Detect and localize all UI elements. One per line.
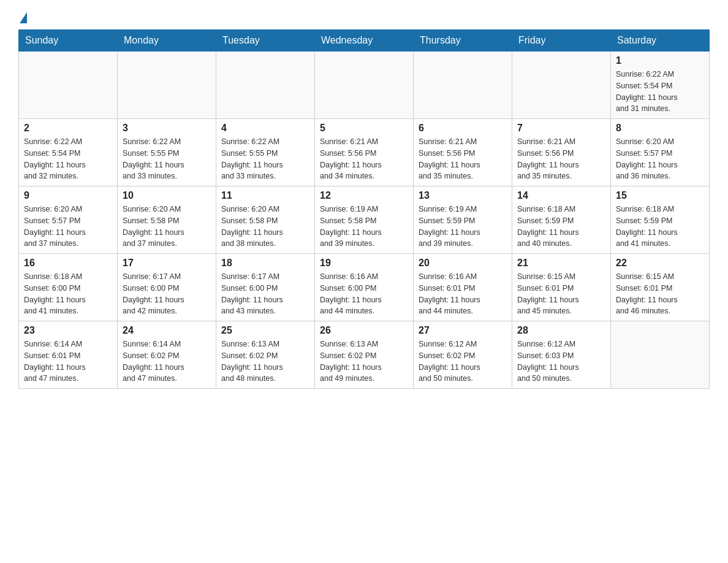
day-number: 28	[517, 325, 605, 336]
calendar-header-thursday: Thursday	[414, 30, 512, 52]
calendar-day-cell: 10Sunrise: 6:20 AM Sunset: 5:58 PM Dayli…	[118, 186, 216, 254]
calendar-day-cell: 8Sunrise: 6:20 AM Sunset: 5:57 PM Daylig…	[611, 119, 710, 186]
calendar-header-sunday: Sunday	[19, 30, 118, 52]
day-info: Sunrise: 6:18 AM Sunset: 5:59 PM Dayligh…	[517, 204, 605, 250]
calendar-header-wednesday: Wednesday	[315, 30, 414, 52]
calendar-day-cell: 3Sunrise: 6:22 AM Sunset: 5:55 PM Daylig…	[118, 119, 216, 186]
day-info: Sunrise: 6:20 AM Sunset: 5:58 PM Dayligh…	[123, 204, 211, 250]
day-number: 1	[616, 55, 704, 66]
calendar-day-cell: 18Sunrise: 6:17 AM Sunset: 6:00 PM Dayli…	[216, 254, 315, 321]
calendar-day-cell	[19, 52, 118, 119]
day-info: Sunrise: 6:13 AM Sunset: 6:02 PM Dayligh…	[221, 339, 309, 385]
day-info: Sunrise: 6:13 AM Sunset: 6:02 PM Dayligh…	[320, 339, 408, 385]
day-number: 8	[616, 123, 704, 134]
day-info: Sunrise: 6:19 AM Sunset: 5:58 PM Dayligh…	[320, 204, 408, 250]
day-info: Sunrise: 6:17 AM Sunset: 6:00 PM Dayligh…	[123, 271, 211, 317]
day-number: 18	[221, 258, 309, 269]
day-info: Sunrise: 6:19 AM Sunset: 5:59 PM Dayligh…	[419, 204, 507, 250]
day-number: 21	[517, 258, 605, 269]
day-number: 4	[221, 123, 309, 134]
calendar-day-cell: 11Sunrise: 6:20 AM Sunset: 5:58 PM Dayli…	[216, 186, 315, 254]
calendar-week-row: 16Sunrise: 6:18 AM Sunset: 6:00 PM Dayli…	[19, 254, 710, 321]
calendar-day-cell: 9Sunrise: 6:20 AM Sunset: 5:57 PM Daylig…	[19, 186, 118, 254]
calendar-day-cell: 20Sunrise: 6:16 AM Sunset: 6:01 PM Dayli…	[414, 254, 512, 321]
calendar-day-cell	[118, 52, 216, 119]
calendar-week-row: 23Sunrise: 6:14 AM Sunset: 6:01 PM Dayli…	[19, 321, 710, 389]
day-info: Sunrise: 6:20 AM Sunset: 5:57 PM Dayligh…	[616, 136, 704, 182]
calendar-day-cell: 15Sunrise: 6:18 AM Sunset: 5:59 PM Dayli…	[611, 186, 710, 254]
day-number: 25	[221, 325, 309, 336]
day-info: Sunrise: 6:22 AM Sunset: 5:54 PM Dayligh…	[24, 136, 112, 182]
day-number: 9	[24, 190, 112, 201]
day-info: Sunrise: 6:16 AM Sunset: 6:01 PM Dayligh…	[419, 271, 507, 317]
calendar-header-tuesday: Tuesday	[216, 30, 315, 52]
calendar-day-cell: 28Sunrise: 6:12 AM Sunset: 6:03 PM Dayli…	[512, 321, 611, 389]
day-info: Sunrise: 6:15 AM Sunset: 6:01 PM Dayligh…	[517, 271, 605, 317]
calendar-day-cell	[216, 52, 315, 119]
calendar-day-cell: 16Sunrise: 6:18 AM Sunset: 6:00 PM Dayli…	[19, 254, 118, 321]
day-info: Sunrise: 6:15 AM Sunset: 6:01 PM Dayligh…	[616, 271, 704, 317]
day-info: Sunrise: 6:22 AM Sunset: 5:55 PM Dayligh…	[123, 136, 211, 182]
day-number: 2	[24, 123, 112, 134]
day-number: 6	[419, 123, 507, 134]
day-number: 20	[419, 258, 507, 269]
calendar-day-cell	[512, 52, 611, 119]
calendar-day-cell: 26Sunrise: 6:13 AM Sunset: 6:02 PM Dayli…	[315, 321, 414, 389]
calendar-header-monday: Monday	[118, 30, 216, 52]
day-info: Sunrise: 6:18 AM Sunset: 5:59 PM Dayligh…	[616, 204, 704, 250]
calendar-day-cell: 27Sunrise: 6:12 AM Sunset: 6:02 PM Dayli…	[414, 321, 512, 389]
calendar-day-cell: 2Sunrise: 6:22 AM Sunset: 5:54 PM Daylig…	[19, 119, 118, 186]
day-info: Sunrise: 6:16 AM Sunset: 6:00 PM Dayligh…	[320, 271, 408, 317]
day-number: 19	[320, 258, 408, 269]
day-number: 7	[517, 123, 605, 134]
day-number: 23	[24, 325, 112, 336]
calendar-day-cell: 4Sunrise: 6:22 AM Sunset: 5:55 PM Daylig…	[216, 119, 315, 186]
day-number: 5	[320, 123, 408, 134]
calendar-day-cell: 12Sunrise: 6:19 AM Sunset: 5:58 PM Dayli…	[315, 186, 414, 254]
day-info: Sunrise: 6:21 AM Sunset: 5:56 PM Dayligh…	[517, 136, 605, 182]
calendar-day-cell: 21Sunrise: 6:15 AM Sunset: 6:01 PM Dayli…	[512, 254, 611, 321]
day-number: 22	[616, 258, 704, 269]
day-info: Sunrise: 6:12 AM Sunset: 6:02 PM Dayligh…	[419, 339, 507, 385]
day-number: 10	[123, 190, 211, 201]
day-number: 24	[123, 325, 211, 336]
day-number: 11	[221, 190, 309, 201]
calendar-day-cell: 1Sunrise: 6:22 AM Sunset: 5:54 PM Daylig…	[611, 52, 710, 119]
day-info: Sunrise: 6:22 AM Sunset: 5:54 PM Dayligh…	[616, 69, 704, 115]
logo	[18, 12, 28, 23]
calendar-day-cell: 19Sunrise: 6:16 AM Sunset: 6:00 PM Dayli…	[315, 254, 414, 321]
day-number: 13	[419, 190, 507, 201]
day-number: 15	[616, 190, 704, 201]
day-number: 17	[123, 258, 211, 269]
calendar-day-cell: 24Sunrise: 6:14 AM Sunset: 6:02 PM Dayli…	[118, 321, 216, 389]
calendar-day-cell	[315, 52, 414, 119]
calendar-week-row: 9Sunrise: 6:20 AM Sunset: 5:57 PM Daylig…	[19, 186, 710, 254]
day-info: Sunrise: 6:21 AM Sunset: 5:56 PM Dayligh…	[419, 136, 507, 182]
day-info: Sunrise: 6:21 AM Sunset: 5:56 PM Dayligh…	[320, 136, 408, 182]
day-number: 14	[517, 190, 605, 201]
calendar-header-row: SundayMondayTuesdayWednesdayThursdayFrid…	[19, 30, 710, 52]
day-number: 26	[320, 325, 408, 336]
day-info: Sunrise: 6:12 AM Sunset: 6:03 PM Dayligh…	[517, 339, 605, 385]
calendar-day-cell: 6Sunrise: 6:21 AM Sunset: 5:56 PM Daylig…	[414, 119, 512, 186]
calendar-day-cell	[414, 52, 512, 119]
day-number: 27	[419, 325, 507, 336]
day-info: Sunrise: 6:17 AM Sunset: 6:00 PM Dayligh…	[221, 271, 309, 317]
calendar-day-cell: 7Sunrise: 6:21 AM Sunset: 5:56 PM Daylig…	[512, 119, 611, 186]
day-info: Sunrise: 6:14 AM Sunset: 6:01 PM Dayligh…	[24, 339, 112, 385]
calendar-day-cell: 5Sunrise: 6:21 AM Sunset: 5:56 PM Daylig…	[315, 119, 414, 186]
day-number: 16	[24, 258, 112, 269]
calendar-day-cell: 14Sunrise: 6:18 AM Sunset: 5:59 PM Dayli…	[512, 186, 611, 254]
calendar-day-cell	[611, 321, 710, 389]
calendar-day-cell: 17Sunrise: 6:17 AM Sunset: 6:00 PM Dayli…	[118, 254, 216, 321]
day-info: Sunrise: 6:20 AM Sunset: 5:57 PM Dayligh…	[24, 204, 112, 250]
day-number: 3	[123, 123, 211, 134]
calendar-week-row: 1Sunrise: 6:22 AM Sunset: 5:54 PM Daylig…	[19, 52, 710, 119]
day-info: Sunrise: 6:14 AM Sunset: 6:02 PM Dayligh…	[123, 339, 211, 385]
calendar-header-saturday: Saturday	[611, 30, 710, 52]
calendar-day-cell: 25Sunrise: 6:13 AM Sunset: 6:02 PM Dayli…	[216, 321, 315, 389]
calendar-week-row: 2Sunrise: 6:22 AM Sunset: 5:54 PM Daylig…	[19, 119, 710, 186]
day-info: Sunrise: 6:18 AM Sunset: 6:00 PM Dayligh…	[24, 271, 112, 317]
page-header	[18, 12, 710, 23]
day-info: Sunrise: 6:22 AM Sunset: 5:55 PM Dayligh…	[221, 136, 309, 182]
